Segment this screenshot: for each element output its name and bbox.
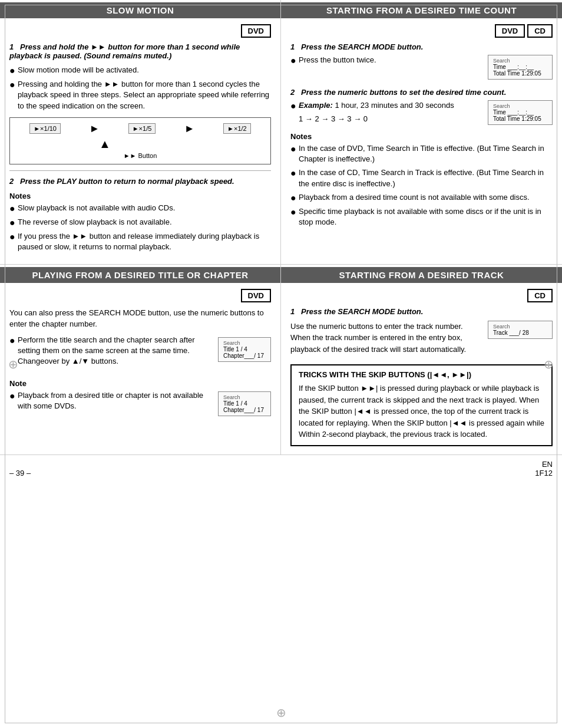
step1-bullet-text: Press the button twice. (299, 55, 482, 65)
tricks-title: TRICKS WITH THE SKIP BUTTONS (|◄◄, ►►|) (299, 370, 544, 379)
chapter-search-box-2: Search Title 1 / 4 Chapter___/ 17 (218, 391, 271, 416)
bullet-1: ● Slow motion mode will be activated. (9, 65, 271, 76)
tn-bullet-4: ● (290, 206, 299, 218)
step1-bullet: ● Press the button twice. (290, 55, 482, 66)
page-code: EN 1F12 (535, 460, 553, 477)
bullet-n3: ● (9, 231, 18, 242)
cd-badge: CD (527, 24, 553, 38)
track-cd-badge-row: CD (290, 289, 553, 302)
mid-row: PLAYING FROM A DESIRED TITLE OR CHAPTER … (0, 265, 562, 455)
track-cd-badge: CD (527, 289, 553, 302)
time-step1-text: Press the SEARCH MODE button. (301, 42, 423, 51)
time-note-3: ● Playback from a desired time count is … (290, 192, 553, 203)
csb2-line1: Search (223, 394, 266, 400)
bullet-n1: ● (9, 203, 18, 214)
csb1-line1: Search (223, 340, 266, 346)
time-note-2-text: In the case of CD, Time Search in Track … (299, 167, 553, 189)
tricks-text: If the SKIP button ►►| is pressed during… (299, 383, 544, 440)
track-step1: 1 Press the SEARCH MODE button. (290, 307, 553, 316)
speed-box-2: ►×1/5 (128, 123, 156, 134)
dvd-cd-badge-row: DVD CD (290, 24, 553, 38)
csb2-line3: Chapter___/ 17 (223, 407, 266, 413)
notes-heading: Notes (9, 192, 271, 200)
top-row: SLOW MOTION DVD 1 Press and hold the ►► … (0, 0, 562, 265)
track-screen1-line1: Search (493, 324, 547, 330)
csb1-line2: Title 1 / 4 (223, 346, 266, 353)
step2-num: 2 (9, 177, 14, 186)
bullet-1-text: Slow motion mode will be activated. (18, 65, 271, 75)
example-label: Example: (299, 101, 333, 110)
time-note-4: ● Specific time playback is not availabl… (290, 206, 553, 228)
divider (9, 170, 271, 171)
diagram-arrow-row: ▲ (17, 137, 263, 151)
time-step1-num: 1 (290, 42, 295, 51)
playing-dvd-badge: DVD (241, 289, 271, 302)
dvd-badge-row: DVD (9, 24, 271, 38)
tricks-box: TRICKS WITH THE SKIP BUTTONS (|◄◄, ►►|) … (290, 364, 553, 446)
step1-heading: 1 Press and hold the ►► button for more … (9, 42, 271, 60)
reg-mark-bottom: ⊕ (276, 706, 286, 720)
pn-bullet-1: ● (9, 390, 18, 401)
playing-note-text: Playback from a desired title or chapter… (18, 390, 212, 411)
time-step2-text: Press the numeric buttons to set the des… (301, 88, 506, 97)
bullet-symbol: ● (9, 65, 18, 76)
tn-bullet-3: ● (290, 192, 299, 203)
screen2-line3: Total Time 1:29:05 (493, 116, 547, 122)
step2-content: Search Time ___:__:__ Total Time 1:29:05… (290, 100, 553, 125)
playing-from-title-section: PLAYING FROM A DESIRED TITLE OR CHAPTER … (0, 265, 281, 454)
track-title: STARTING FROM A DESIRED TRACK (281, 267, 562, 283)
slow-motion-title: SLOW MOTION (0, 2, 280, 18)
screen2-line2: Time ___:__:__ (493, 109, 547, 116)
step1-content: Search Time ___:__:__ Total Time 1:29:05… (290, 55, 553, 80)
dvd-badge-2: DVD (495, 24, 525, 38)
button-label: ►► Button (124, 152, 157, 159)
playing-note-heading: Note (9, 379, 271, 388)
note-1: ● Slow playback is not available with au… (9, 203, 271, 214)
note-2-text: The reverse of slow playback is not avai… (18, 217, 271, 228)
note-3-text: If you press the ►► button and release i… (18, 231, 271, 252)
starting-from-track-section: STARTING FROM A DESIRED TRACK CD 1 Press… (281, 265, 562, 454)
note-3: ● If you press the ►► button and release… (9, 231, 271, 252)
arrow-2: ► (184, 123, 195, 135)
track-step1-num: 1 (290, 307, 295, 316)
example-description: 1 hour, 23 minutes and 30 seconds (335, 101, 454, 110)
note-1-text: Slow playback is not available with audi… (18, 203, 271, 213)
time-note-2: ● In the case of CD, Time Search in Trac… (290, 167, 553, 189)
bullet-2: ● Pressing and holding the ►► button for… (9, 79, 271, 111)
csb2-line2: Title 1 / 4 (223, 400, 266, 407)
starting-from-time-title: STARTING FROM A DESIRED TIME COUNT (281, 2, 562, 18)
time-step1-heading: 1 Press the SEARCH MODE button. (290, 42, 553, 51)
arrow-up-left: ▲ (99, 137, 111, 151)
arrow-1: ► (89, 123, 100, 135)
chapter-search-box-1: Search Title 1 / 4 Chapter___/ 17 (218, 337, 271, 362)
screen1-line1: Search (493, 58, 547, 64)
pb-bullet-1: ● (9, 335, 18, 346)
bullet-symbol-2: ● (9, 79, 18, 90)
tn-bullet-2: ● (290, 167, 299, 179)
dvd-badge: DVD (241, 24, 271, 38)
playing-bullets: Search Title 1 / 4 Chapter___/ 17 ● Perf… (9, 335, 271, 370)
time-note-4-text: Specific time playback is not available … (299, 206, 553, 228)
time-step2-num: 2 (290, 88, 295, 97)
speed-diagram: ►×1/10 ► ►×1/5 ► ►×1/2 ▲ ►► Button (9, 117, 271, 164)
bullet-ex: ● (290, 100, 299, 111)
playing-dvd-badge-row: DVD (9, 289, 271, 302)
screen1-line2: Time ___:__:__ (493, 64, 547, 70)
page-number: – 39 – (9, 469, 31, 477)
note-2: ● The reverse of slow playback is not av… (9, 217, 271, 228)
page-footer: – 39 – EN 1F12 (0, 455, 562, 480)
csb1-line3: Chapter___/ 17 (223, 353, 266, 359)
time-note-1: ● In the case of DVD, Time Search in Tit… (290, 143, 553, 164)
playing-note-1: ● Playback from a desired title or chapt… (9, 390, 212, 411)
playing-bullet-1-text: Perform the title search and the chapter… (18, 335, 212, 367)
tn-bullet-1: ● (290, 143, 299, 154)
screen1-line3: Total Time 1:29:05 (493, 70, 547, 77)
reg-mark-left: ⊕ (8, 357, 18, 371)
track-screen1-line2: Track ___/ 28 (493, 330, 547, 336)
example-item: ● Example: 1 hour, 23 minutes and 30 sec… (290, 100, 482, 111)
track-screen-1: Search Track ___/ 28 (488, 321, 553, 339)
speed-box-3: ►×1/2 (223, 123, 251, 134)
bullet-s1: ● (290, 55, 299, 66)
speed-box-1: ►×1/10 (29, 123, 61, 134)
bullet-2-text: Pressing and holding the ►► button for m… (18, 79, 271, 111)
